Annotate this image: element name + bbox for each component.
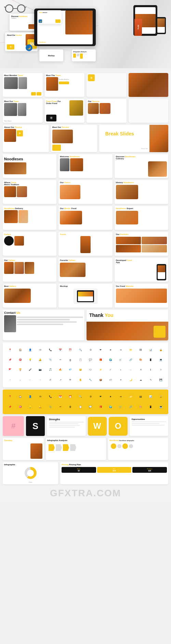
icon-plus: + [116, 365, 125, 375]
y-icon-3: 👤 [26, 392, 35, 401]
slide-master-food: Our Master Food [58, 206, 112, 230]
icon-star: ★ [106, 345, 115, 354]
icon-user: 👤 [26, 345, 35, 354]
icon-moon: 🌙 [126, 375, 135, 384]
slide-infographic: Infographic Chart [3, 462, 58, 484]
icon-check: ✓ [106, 365, 115, 375]
y-icon-6: 📅 [56, 392, 65, 401]
icon-up: ↑ [5, 375, 15, 384]
icon-hand: ✋ [76, 375, 85, 384]
icon-right: → [36, 375, 45, 384]
icon-tools: 🔧 [86, 375, 95, 384]
icon-calendar: 📅 [56, 345, 65, 354]
slide-meet-the: Meet The Team Noodles Member [45, 73, 85, 97]
slide-foods: Foods [58, 232, 112, 256]
slide-delivery: Noodleses Delivery [3, 206, 56, 230]
blue-circle: 🌙 [26, 44, 32, 51]
icon-sun: ☀ [116, 375, 125, 384]
y-icon-8: 🔍 [76, 392, 85, 401]
slide-where-taste: Where TasteMeets Tradition [3, 180, 56, 204]
gfxtra-watermark: gfxtra.com [50, 488, 121, 499]
slide-discover-culinary-2: Discover NoodlesesCulinary [115, 154, 168, 178]
icon-refresh: ↺ [46, 375, 55, 384]
slide-contact: Contact Us [3, 310, 84, 340]
icon-folder: 📁 [126, 345, 135, 354]
icon-pencil: ✏ [56, 355, 65, 364]
icon-camera: 📷 [36, 365, 45, 375]
slide-team-photo [129, 73, 169, 97]
y-icon-9: ⚙ [86, 392, 95, 401]
pptx-badge: PPTX [134, 19, 142, 36]
slide-row-7: Gallery Foods Our Portfolio [3, 232, 168, 256]
icon-bulb: 💡 [26, 355, 35, 364]
slide-our-vision: Our Vision [58, 180, 112, 204]
weaknesses-card-hero: Weaknesses 🌙 [38, 10, 62, 24]
slide-mockup: Mockup [58, 284, 112, 308]
icon-palette: 🎨 [136, 355, 145, 364]
slide-expert: Noodleses Expert [115, 206, 168, 230]
y-icon-16: 🔒 [156, 392, 166, 401]
infographic-analysis-slide: Infographic Analysis [46, 438, 106, 460]
icon-shield: 🛡 [86, 365, 95, 375]
icon-laptop: 💻 [156, 355, 166, 364]
icon-trophy: 🏆 [15, 365, 25, 375]
y-icon-17: 📌 [5, 402, 15, 411]
icon-clip: 📎 [46, 355, 55, 364]
slide-our-gallery: Our Gallery [3, 258, 56, 282]
icon-heart: ❤ [96, 345, 105, 354]
icon-save: 💾 [156, 375, 166, 384]
icon-box: 📦 [96, 375, 105, 384]
slide-gallery: Gallery [3, 232, 56, 256]
icon-trash: 🗑 [66, 355, 75, 364]
y-icon-12: ➜ [116, 392, 125, 401]
slide-pricing: Pricing Pricing Plan Basic $9 Pro $19 Pr… [60, 462, 168, 484]
y-icon-20: 🔔 [36, 402, 45, 411]
y-icon-24: 📋 [76, 402, 85, 411]
phone-device [156, 17, 166, 34]
icon-phone: 📞 [46, 345, 55, 354]
s-black-box: S [26, 416, 45, 436]
slide-row-10: Contact Us Thank You [3, 310, 168, 340]
y-icon-2: 🏠 [15, 392, 25, 401]
y-icon-19: 💡 [26, 402, 35, 411]
icon-settings: ⚙ [86, 345, 95, 354]
y-icon-27: 🌍 [106, 402, 115, 411]
slide-thank-you: Thank You [87, 310, 168, 340]
y-icon-28: 🛒 [116, 402, 125, 411]
icon-crown: 👑 [76, 365, 85, 375]
infographic-bottom-row: Infographic Chart Pricing Pricing Plan B… [3, 462, 168, 484]
icon-home: 🏠 [15, 345, 25, 354]
hero-section: Discover Noodleses Culinary About Our Se… [0, 0, 171, 68]
watermark-container: gfxtra.com [3, 486, 168, 500]
icon-cloud: ☁ [136, 375, 145, 384]
icon-link: 🔗 [126, 355, 135, 364]
y-icon-11: ★ [106, 392, 115, 401]
y-icon-15: 📊 [146, 392, 155, 401]
y-icon-10: ❤ [96, 392, 105, 401]
icon-down: ↓ [15, 375, 25, 384]
y-icon-21: 📎 [46, 402, 55, 411]
icon-cart: 🛒 [116, 355, 125, 364]
slide-break: Break Slides Break Title [99, 125, 168, 152]
icon-info: ℹ [146, 365, 155, 375]
standup-row: Standup Infographic Analysis Noodleses N… [3, 438, 168, 460]
slide-about-service-2: About Our Service ✳ [3, 125, 49, 152]
slide-favorite-gallery: Favorite Gallery [58, 258, 112, 282]
icon-eye: 👁 [66, 375, 75, 384]
y-icon-32: 💻 [156, 402, 166, 411]
y-icon-7: ⏰ [66, 392, 75, 401]
strengths-card: Strengths [47, 416, 86, 436]
icon-tag: 🏷 [106, 375, 115, 384]
discover-card: Discover Noodleses Culinary [10, 14, 37, 31]
y-icon-25: 💬 [86, 402, 95, 411]
y-icon-5: 📞 [46, 392, 55, 401]
slide-portfolio: Our Portfolio [115, 232, 168, 256]
slide-row-3: About Our Service ✳ Meet Our Service Bre… [3, 125, 168, 152]
icon-lock: 🔒 [156, 345, 166, 354]
icon-gift: 🎁 [96, 355, 105, 364]
slide-blank-1: ✳ [87, 73, 127, 97]
y-icon-13: 📁 [126, 392, 135, 401]
icon-image: 🖼 [136, 345, 145, 354]
y-icon-4: ✉ [36, 392, 45, 401]
icon-mobile: 📱 [146, 355, 155, 364]
